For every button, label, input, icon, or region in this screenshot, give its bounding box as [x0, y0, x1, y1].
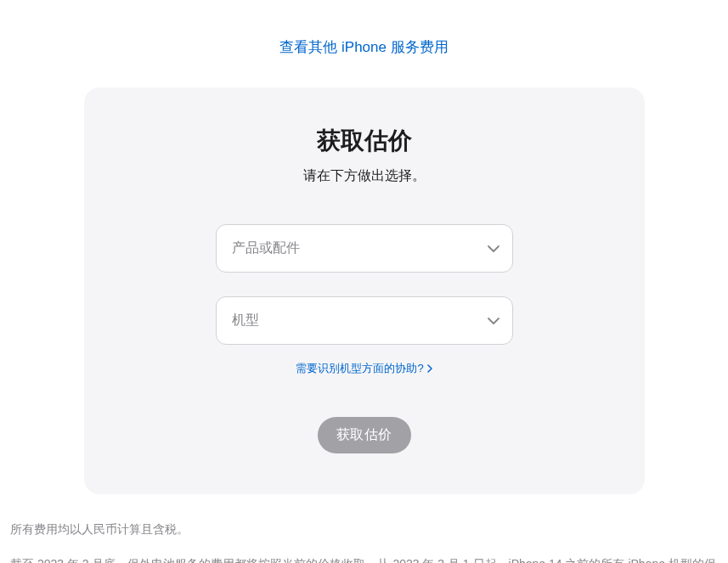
- footer-disclaimer: 所有费用均以人民币计算且含税。 截至 2023 年 2 月底，保外电池服务的费用…: [10, 518, 718, 563]
- identify-model-help-link[interactable]: 需要识别机型方面的协助?: [296, 361, 432, 376]
- product-select[interactable]: 产品或配件: [216, 224, 513, 273]
- footer-line2: 截至 2023 年 2 月底，保外电池服务的费用都将按照当前的价格收取。从 20…: [10, 553, 718, 563]
- model-select[interactable]: 机型: [216, 296, 513, 345]
- product-select-placeholder: 产品或配件: [232, 239, 300, 257]
- help-link-text: 需要识别机型方面的协助?: [296, 361, 423, 376]
- chevron-right-icon: [427, 364, 432, 373]
- estimate-card: 获取估价 请在下方做出选择。 产品或配件 机型 需要识别机型方面的协助? 获取估…: [84, 87, 645, 494]
- model-select-placeholder: 机型: [232, 312, 259, 329]
- footer-line2-part1: 截至 2023 年 2 月底，保外电池服务的费用都将按照当前的价格收取。从 20…: [10, 557, 716, 563]
- card-subtitle: 请在下方做出选择。: [118, 167, 611, 185]
- card-title: 获取估价: [118, 125, 611, 157]
- footer-line1: 所有费用均以人民币计算且含税。: [10, 518, 718, 541]
- get-estimate-button[interactable]: 获取估价: [318, 417, 411, 453]
- product-select-wrapper: 产品或配件: [216, 224, 513, 273]
- view-other-services-link[interactable]: 查看其他 iPhone 服务费用: [10, 0, 718, 87]
- model-select-wrapper: 机型: [216, 296, 513, 345]
